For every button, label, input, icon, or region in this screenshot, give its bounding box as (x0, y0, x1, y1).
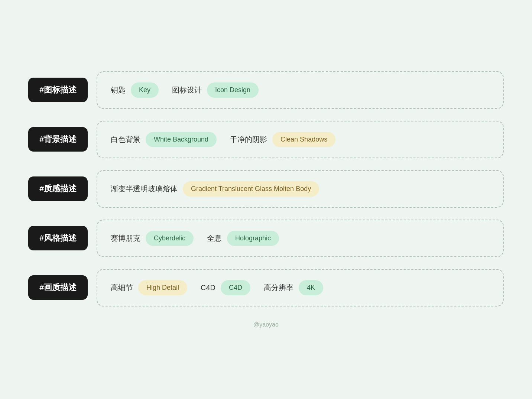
tag-badge-high-detail: High Detail (138, 280, 187, 295)
tag-group-key: 钥匙 Key (111, 82, 159, 98)
tag-badge-holographic: Holographic (227, 231, 279, 246)
tag-badge-cyberdelic: Cyberdelic (146, 231, 194, 246)
tag-label-icon-design: 图标设计 (172, 85, 202, 95)
label-style-desc: #风格描述 (28, 226, 88, 250)
label-quality-desc: #画质描述 (28, 275, 88, 300)
row-texture-desc: #质感描述 渐变半透明玻璃熔体 Gradient Translucent Gla… (28, 170, 504, 208)
main-container: #图标描述 钥匙 Key 图标设计 Icon Design #背景描述 白色背景… (28, 71, 504, 306)
tag-label-white-bg: 白色背景 (111, 134, 140, 145)
tag-label-high-detail: 高细节 (111, 283, 133, 293)
tag-badge-4k: 4K (299, 280, 323, 295)
tag-badge-white-bg: White Background (146, 132, 217, 147)
tag-badge-icon-design: Icon Design (207, 82, 259, 98)
tag-group-high-detail: 高细节 High Detail (111, 280, 187, 295)
footer-text: @yaoyao (253, 321, 279, 328)
tag-label-4k: 高分辨率 (264, 283, 293, 293)
tag-group-c4d: C4D C4D (201, 280, 250, 295)
tag-badge-c4d: C4D (221, 280, 250, 295)
label-bg-desc: #背景描述 (28, 127, 88, 152)
tag-badge-clean-shadows: Clean Shadows (272, 132, 335, 147)
tag-label-gradient: 渐变半透明玻璃熔体 (111, 184, 178, 194)
tag-group-holographic: 全息 Holographic (207, 231, 279, 246)
tag-label-clean-shadows: 干净的阴影 (230, 134, 267, 145)
tag-group-4k: 高分辨率 4K (264, 280, 323, 295)
content-style-desc: 赛博朋克 Cyberdelic 全息 Holographic (97, 220, 504, 257)
tag-label-holographic: 全息 (207, 233, 222, 243)
label-icon-desc: #图标描述 (28, 78, 88, 102)
tag-label-c4d: C4D (201, 283, 215, 292)
label-texture-desc: #质感描述 (28, 176, 88, 201)
tag-group-gradient: 渐变半透明玻璃熔体 Gradient Translucent Glass Mol… (111, 181, 319, 197)
tag-label-key: 钥匙 (111, 85, 126, 95)
tag-group-cyberdelic: 赛博朋克 Cyberdelic (111, 231, 194, 246)
tag-group-clean-shadows: 干净的阴影 Clean Shadows (230, 132, 335, 147)
content-texture-desc: 渐变半透明玻璃熔体 Gradient Translucent Glass Mol… (97, 170, 504, 208)
row-style-desc: #风格描述 赛博朋克 Cyberdelic 全息 Holographic (28, 220, 504, 257)
tag-label-cyberdelic: 赛博朋克 (111, 233, 140, 243)
row-bg-desc: #背景描述 白色背景 White Background 干净的阴影 Clean … (28, 121, 504, 158)
tag-badge-key: Key (131, 82, 159, 98)
tag-badge-gradient: Gradient Translucent Glass Molten Body (183, 181, 319, 197)
row-quality-desc: #画质描述 高细节 High Detail C4D C4D 高分辨率 4K (28, 269, 504, 306)
content-icon-desc: 钥匙 Key 图标设计 Icon Design (97, 71, 504, 109)
content-bg-desc: 白色背景 White Background 干净的阴影 Clean Shadow… (97, 121, 504, 158)
tag-group-white-bg: 白色背景 White Background (111, 132, 217, 147)
tag-group-icon-design: 图标设计 Icon Design (172, 82, 259, 98)
row-icon-desc: #图标描述 钥匙 Key 图标设计 Icon Design (28, 71, 504, 109)
content-quality-desc: 高细节 High Detail C4D C4D 高分辨率 4K (97, 269, 504, 306)
